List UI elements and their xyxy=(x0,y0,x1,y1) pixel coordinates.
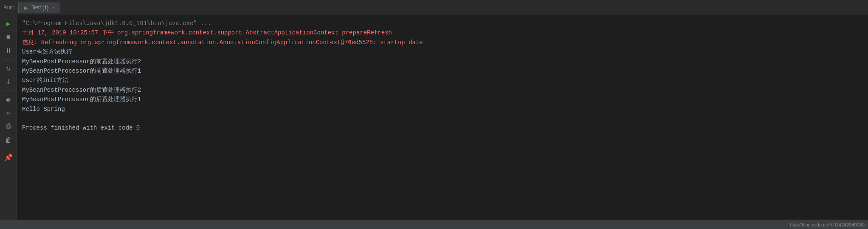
run-tab[interactable]: ▶ Test (1) × xyxy=(18,3,60,13)
console-output: "C:\Program Files\Java\jdk1.8.0_181\bin\… xyxy=(17,15,868,220)
tab-title: Test (1) xyxy=(31,5,48,11)
status-text: http://blog.csdn.net/u014242049080 xyxy=(790,222,865,227)
tab-icon: ▶ xyxy=(24,5,28,11)
print-button[interactable]: ⎙ xyxy=(3,121,14,133)
console-line: User的init方法 xyxy=(22,76,863,85)
import-button[interactable]: ↩ xyxy=(3,107,14,119)
toolbar-divider-3 xyxy=(3,149,14,149)
toolbar-divider-1 xyxy=(3,59,14,60)
pause-button[interactable]: ⏸ xyxy=(3,45,14,57)
top-bar: Run: ▶ Test (1) × xyxy=(0,0,868,15)
console-line: 信息: Refreshing org.springframework.conte… xyxy=(22,38,863,47)
run-label: Run: xyxy=(3,5,14,11)
console-line: MyBeanPostProcessor的前置处理器执行2 xyxy=(22,57,863,66)
main-area: ▶ ■ ⏸ ↻ ⤓ ◉ ↩ ⎙ 🗑 📌 "C:\Program Files\Ja… xyxy=(0,15,868,220)
console-line: Hello Spring xyxy=(22,105,863,114)
scroll-end-button[interactable]: ⤓ xyxy=(3,76,14,88)
console-line: MyBeanPostProcessor的后置处理器执行1 xyxy=(22,95,863,104)
console-line: Process finished with exit code 0 xyxy=(22,123,863,133)
left-toolbar: ▶ ■ ⏸ ↻ ⤓ ◉ ↩ ⎙ 🗑 📌 xyxy=(0,15,17,220)
delete-button[interactable]: 🗑 xyxy=(3,134,14,146)
console-line: MyBeanPostProcessor的后置处理器执行2 xyxy=(22,85,863,95)
toolbar-divider-2 xyxy=(3,90,14,91)
rerun-button[interactable]: ↻ xyxy=(3,62,14,74)
console-line: 十月 17, 2019 10:25:57 下午 org.springframew… xyxy=(22,28,863,37)
camera-button[interactable]: ◉ xyxy=(3,93,14,105)
console-line: "C:\Program Files\Java\jdk1.8.0_181\bin\… xyxy=(22,19,863,28)
pin-button[interactable]: 📌 xyxy=(3,152,14,164)
play-button[interactable]: ▶ xyxy=(3,18,14,30)
console-line xyxy=(22,114,863,123)
console-line: MyBeanPostProcessor的前置处理器执行1 xyxy=(22,66,863,76)
console-line: User构造方法执行 xyxy=(22,47,863,57)
stop-button[interactable]: ■ xyxy=(3,31,14,43)
status-bar: http://blog.csdn.net/u014242049080 xyxy=(0,220,868,229)
tab-close-button[interactable]: × xyxy=(52,5,54,10)
